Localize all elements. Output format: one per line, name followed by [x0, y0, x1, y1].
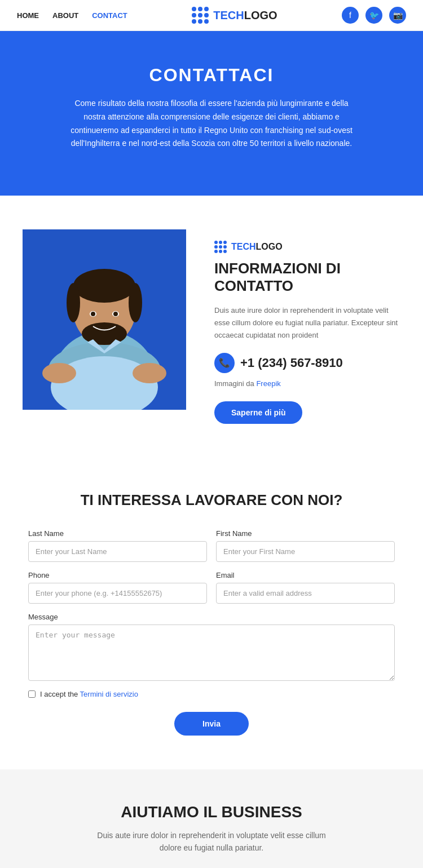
aiutiamo-subtitle: Duis aute irure dolor in reprehenderit i… [93, 829, 330, 854]
svg-point-5 [73, 269, 135, 303]
contact-info-section: TECHLOGO INFORMAZIONI DI CONTATTO Duis a… [0, 196, 423, 458]
email-label: Email [216, 571, 395, 579]
svg-point-14 [42, 363, 76, 383]
logo-text: TECHLOGO [213, 9, 277, 22]
checkbox-row: I accept the Termini di servizio [28, 690, 395, 698]
facebook-icon[interactable]: f [342, 7, 359, 24]
person-svg [23, 229, 186, 410]
terms-checkbox[interactable] [28, 690, 36, 698]
first-name-group: First Name [216, 529, 395, 562]
nav-home[interactable]: HOME [17, 11, 39, 20]
phone-number: +1 (234) 567-8910 [240, 356, 343, 370]
hero-description: Come risultato della nostra filosofia di… [70, 97, 352, 150]
freepik-link[interactable]: Freepik [256, 379, 280, 388]
social-icons: f 🐦 📷 [342, 7, 406, 24]
svg-point-10 [91, 312, 95, 316]
image-credit: Immagini da Freepik [214, 378, 400, 390]
svg-point-7 [129, 283, 142, 322]
person-photo [23, 229, 186, 410]
phone-label: Phone [28, 571, 207, 579]
terms-link[interactable]: Termini di servizio [80, 690, 138, 698]
email-group: Email [216, 571, 395, 604]
form-section: TI INTERESSA LAVORARE CON NOI? Last Name… [0, 458, 423, 769]
contact-info-title: INFORMAZIONI DI CONTATTO [214, 260, 400, 295]
instagram-icon[interactable]: 📷 [389, 7, 406, 24]
first-name-label: First Name [216, 529, 395, 538]
form-submit-area: Invia [28, 712, 395, 736]
nav-contact[interactable]: CONTACT [92, 11, 127, 20]
navbar: HOME ABOUT CONTACT TECHLOGO f 🐦 📷 [0, 0, 423, 31]
email-input[interactable] [216, 583, 395, 604]
svg-point-6 [67, 283, 80, 322]
logo-dots-icon [192, 7, 209, 24]
contact-form: Last Name First Name Phone Email Message [28, 529, 395, 736]
contact-logo-dots [214, 241, 227, 253]
form-title: TI INTERESSA LAVORARE CON NOI? [28, 491, 395, 509]
phone-row: 📞 +1 (234) 567-8910 [214, 353, 400, 373]
form-grid: Last Name First Name Phone Email Message [28, 529, 395, 681]
first-name-input[interactable] [216, 541, 395, 562]
nav-links: HOME ABOUT CONTACT [17, 11, 127, 20]
last-name-input[interactable] [28, 541, 207, 562]
contact-info-text: TECHLOGO INFORMAZIONI DI CONTATTO Duis a… [214, 229, 400, 424]
nav-about[interactable]: ABOUT [52, 11, 78, 20]
last-name-label: Last Name [28, 529, 207, 538]
main-logo: TECHLOGO [192, 7, 277, 24]
message-group: Message [28, 613, 395, 681]
svg-point-15 [133, 363, 166, 383]
contact-logo-text: TECHLOGO [231, 242, 283, 252]
message-input[interactable] [28, 625, 395, 681]
phone-input[interactable] [28, 583, 207, 604]
message-label: Message [28, 613, 395, 621]
phone-icon: 📞 [214, 353, 235, 373]
twitter-icon[interactable]: 🐦 [365, 7, 382, 24]
svg-point-12 [113, 312, 118, 316]
aiutiamo-title: AIUTIAMO IL BUSINESS [23, 803, 400, 821]
phone-group: Phone [28, 571, 207, 604]
contact-logo: TECHLOGO [214, 241, 400, 253]
checkbox-text: I accept the Termini di servizio [40, 690, 138, 698]
last-name-group: Last Name [28, 529, 207, 562]
aiutiamo-section: AIUTIAMO IL BUSINESS Duis aute irure dol… [0, 769, 423, 868]
hero-section: CONTATTACI Come risultato della nostra f… [0, 31, 423, 196]
hero-title: CONTATTACI [17, 65, 406, 86]
submit-button[interactable]: Invia [174, 712, 249, 736]
contact-photo [23, 229, 192, 410]
learn-more-button[interactable]: Saperne di più [214, 401, 302, 424]
contact-info-description: Duis aute irure dolor in reprehenderit i… [214, 304, 400, 342]
